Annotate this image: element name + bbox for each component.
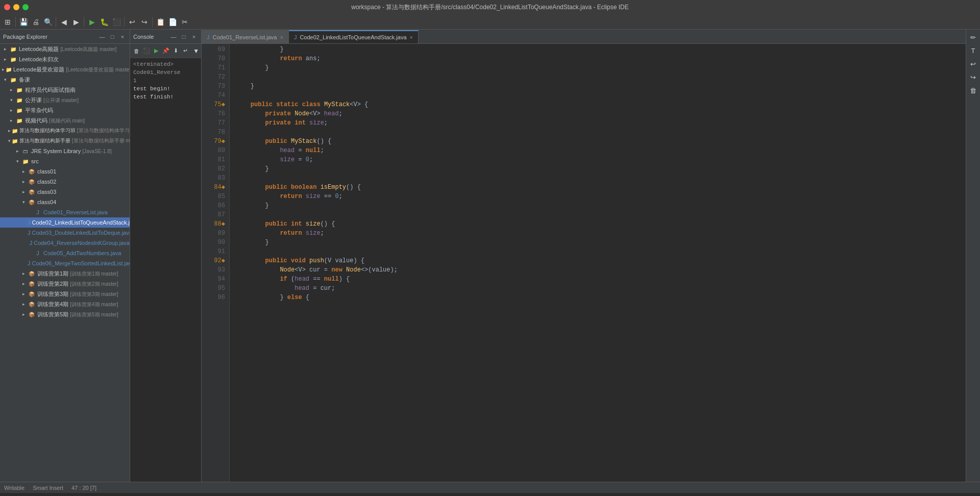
console-close-icon[interactable]: ×: [190, 33, 198, 41]
code-kw: return: [280, 192, 302, 201]
code-kw: private: [265, 109, 291, 118]
tree-item-code04[interactable]: J Code04_ReverseNodesInKGroup.java: [0, 238, 130, 248]
right-icon-2[interactable]: T: [968, 45, 979, 56]
tree-item-class02[interactable]: ▸ 📦 class02: [0, 177, 130, 187]
toolbar-paste-btn[interactable]: 📄: [167, 16, 178, 28]
title-bar: workspace - 算法与数据结构手册/src/class04/Code02…: [0, 0, 980, 14]
tree-item-class03[interactable]: ▸ 📦 class03: [0, 187, 130, 197]
ln-74: 74: [202, 91, 225, 100]
toolbar-forward-btn[interactable]: ▶: [70, 16, 82, 28]
toolbar-new-btn[interactable]: ⊞: [2, 16, 13, 28]
code-line-83: [236, 173, 966, 183]
tree-item-leetcode-high[interactable]: ▸ 📁 Leetcode高频题 [Leetcode高频题 master]: [0, 44, 130, 54]
tree-item-class01[interactable]: ▸ 📦 class01: [0, 166, 130, 177]
console-run-id-line: 1: [133, 77, 198, 85]
tab-code01[interactable]: J Code01_ReverseList.java ×: [202, 30, 289, 43]
tree-item-class04[interactable]: ▾ 📦 class04: [0, 197, 130, 207]
toolbar-copy-btn[interactable]: 📋: [155, 16, 166, 28]
console-pin-btn[interactable]: 📌: [162, 45, 170, 57]
status-bar: Writable Smart Insert 47 : 20 [7]: [0, 482, 980, 493]
ln-88: 88◆: [202, 219, 225, 229]
right-icon-3[interactable]: ↩: [968, 58, 979, 69]
tree-label: Code06_MergeTwoSortedLinkedList.java: [32, 260, 130, 266]
editor-area: J Code01_ReverseList.java × J Code02_Lin…: [202, 30, 966, 482]
pe-minimize-icon[interactable]: —: [98, 33, 106, 41]
tree-item-camp3[interactable]: ▸ 📦 训练营第3期 [训练营第3期 master]: [0, 289, 130, 299]
console-scroll-btn[interactable]: ⬇: [172, 45, 180, 57]
code-kw: new: [331, 265, 342, 275]
tree-item-public-class[interactable]: ▾ 📁 公开课 [公开课 master]: [0, 95, 130, 105]
console-clear-btn[interactable]: 🗑: [132, 45, 141, 57]
maximize-button[interactable]: [22, 4, 29, 10]
console-stop-btn[interactable]: ⬛: [142, 45, 151, 57]
toolbar-run-btn[interactable]: ▶: [86, 16, 97, 28]
tree-item-code03[interactable]: J Code03_DoubleLinkedListToDeque.java: [0, 228, 130, 238]
close-button[interactable]: [4, 4, 10, 10]
tree-arrow: ▸: [14, 148, 20, 154]
console-content: <terminated> Code01_Reverse 1 test begin…: [130, 58, 201, 482]
tree-label: Leetcode最受欢迎题 [Leetcode最受欢迎题 master]: [13, 66, 130, 73]
code-line-96: } else {: [236, 293, 966, 302]
right-icon-1[interactable]: ✏: [968, 32, 979, 43]
folder-icon: 📁: [15, 96, 23, 104]
tree-item-code01[interactable]: J Code01_ReverseList.java: [0, 207, 130, 217]
tree-item-video-code[interactable]: ▸ 📁 视频代码 [视频代码 main]: [0, 115, 130, 126]
tree-item-camp5[interactable]: ▸ 📦 训练营第5期 [训练营第5期 master]: [0, 309, 130, 319]
code-text: {: [302, 293, 309, 302]
toolbar-cut-btn[interactable]: ✂: [179, 16, 190, 28]
pe-maximize-icon[interactable]: □: [108, 33, 116, 41]
status-insert-mode: Smart Insert: [33, 485, 63, 491]
toolbar-print-btn[interactable]: 🖨: [30, 16, 41, 28]
tree-item-jre[interactable]: ▸ 🗃 JRE System Library [JavaSE-1.8]: [0, 146, 130, 156]
console-test-begin: test begin!: [133, 85, 198, 93]
toolbar-back-btn[interactable]: ◀: [58, 16, 69, 28]
toolbar-save-btn[interactable]: 💾: [18, 16, 29, 28]
tree-item-misc-code[interactable]: ▸ 📁 平常杂代码: [0, 105, 130, 115]
right-icon-5[interactable]: 🗑: [968, 85, 979, 96]
tree-item-code06[interactable]: J Code06_MergeTwoSortedLinkedList.java: [0, 258, 130, 268]
code-text: [236, 256, 265, 265]
code-text: [316, 183, 320, 192]
console-dropdown-btn[interactable]: ▼: [193, 47, 199, 55]
toolbar-search-btn[interactable]: 🔍: [42, 16, 54, 28]
console-run-btn[interactable]: ▶: [152, 45, 160, 57]
tree-item-camp4[interactable]: ▸ 📦 训练营第4期 [训练营第4期 master]: [0, 299, 130, 309]
tab-code01-close[interactable]: ×: [280, 34, 283, 40]
code-text: ==: [321, 192, 335, 201]
code-line-89: return size;: [236, 229, 966, 238]
toolbar-stop-btn[interactable]: ⬛: [111, 16, 122, 28]
toolbar-sep-3: [84, 17, 84, 27]
code-area[interactable]: } return ans; } }: [230, 44, 966, 482]
code-kw: null: [324, 275, 339, 284]
tree-item-leetcode-archive[interactable]: ▸ 📁 Leetcode未归次: [0, 54, 130, 64]
tree-item-code02[interactable]: J Code02_LinkedListToQueueAndStack.java: [0, 217, 130, 228]
code-kw: void: [291, 256, 306, 265]
toolbar-undo-btn[interactable]: ↩: [127, 16, 138, 28]
tab-code02-close[interactable]: ×: [410, 34, 413, 40]
pe-close-icon[interactable]: ×: [118, 33, 127, 41]
right-icon-4[interactable]: ↪: [968, 71, 979, 83]
code-text: ==: [309, 275, 324, 284]
tree-item-algo-handbook[interactable]: ▾ 📁 算法与数据结构新手册 [算法与数据结构新手册 main]: [0, 136, 130, 146]
console-minimize-icon[interactable]: —: [169, 33, 178, 41]
toolbar-redo-btn[interactable]: ↪: [139, 16, 150, 28]
tree-item-src[interactable]: ▾ 📁 src: [0, 156, 130, 166]
tree-arrow: [27, 240, 29, 246]
folder-icon: 📁: [9, 55, 17, 63]
tree-item-code05[interactable]: J Code05_AddTwoNumbers.java: [0, 248, 130, 258]
ln-71: 71: [202, 63, 225, 72]
tree-item-leetcode-popular[interactable]: ▸ 📁 Leetcode最受欢迎题 [Leetcode最受欢迎题 master]: [0, 64, 130, 75]
tree-item-algo-study[interactable]: ▸ 📁 算法与数据结构体学习班 [算法与数据结构体学习班 main]: [0, 126, 130, 136]
console-maximize-icon[interactable]: □: [180, 33, 188, 41]
console-wrap-btn[interactable]: ↵: [181, 45, 190, 57]
tree-item-backup[interactable]: ▾ 📁 备课: [0, 75, 130, 85]
code-line-81: size = 0;: [236, 155, 966, 164]
tree-label: Leetcode高频题 [Leetcode高频题 master]: [19, 45, 116, 53]
tab-code02[interactable]: J Code02_LinkedListToQueueAndStack.java …: [289, 30, 419, 43]
tree-item-programmer[interactable]: ▸ 📁 程序员代码面试指南: [0, 85, 130, 95]
code-text: [306, 118, 309, 128]
tree-item-camp1[interactable]: ▸ 📦 训练营第1期 [训练营第1期 master]: [0, 268, 130, 279]
minimize-button[interactable]: [13, 4, 19, 10]
toolbar-debug-btn[interactable]: 🐛: [99, 16, 110, 28]
tree-item-camp2[interactable]: ▸ 📦 训练营第2期 [训练营第2期 master]: [0, 279, 130, 289]
